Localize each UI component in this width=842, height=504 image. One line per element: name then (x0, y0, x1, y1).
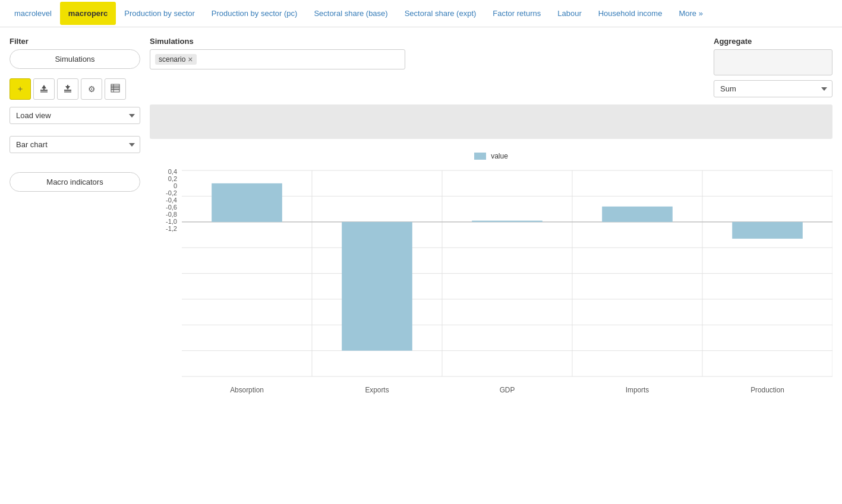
load-view-wrapper: Load view Option 1 Option 2 (10, 107, 140, 124)
aggregate-input-box (714, 49, 832, 75)
x-label-imports: Imports (626, 386, 649, 394)
filter-label: Filter (10, 37, 140, 46)
tab-macroperc[interactable]: macroperc (60, 2, 116, 25)
scenario-tag-label: scenario (159, 55, 185, 64)
x-label-production: Production (750, 386, 784, 394)
tab-sectoral-share-base[interactable]: Sectoral share (base) (305, 2, 396, 25)
tab-labour[interactable]: Labour (549, 2, 589, 25)
table-icon-button[interactable] (105, 78, 126, 100)
x-label-absorption: Absorption (230, 386, 264, 394)
bar-production (732, 222, 803, 239)
bar-gdp (472, 221, 543, 222)
gray-filter-bar (150, 104, 832, 139)
aggregate-select[interactable]: Sum Mean Max Min (714, 80, 832, 97)
load-view-select[interactable]: Load view Option 1 Option 2 (10, 107, 140, 124)
y-axis-labels: 0,4 0,2 0 -0,2 -0,4 -0,6 -0,8 -1,0 -1,2 (156, 165, 182, 414)
settings-icon-button[interactable]: ⚙ (81, 78, 102, 100)
top-navigation: macrolevel macroperc Production by secto… (0, 0, 842, 27)
aggregate-section: Aggregate Sum Mean Max Min (714, 37, 832, 97)
scenario-tag: scenario × (155, 54, 197, 65)
y-label-5: -0,6 (166, 204, 177, 211)
left-panel: Filter Simulations ＋ ⚙ (10, 37, 140, 420)
simulations-filter-button[interactable]: Simulations (10, 49, 140, 69)
tab-production-by-sector-pc[interactable]: Production by sector (pc) (203, 2, 306, 25)
bar-exports (342, 222, 412, 351)
chart-container: value 0,4 0,2 0 -0,2 -0,4 -0,6 -0,8 -1,0… (150, 146, 832, 420)
chart-with-axes: 0,4 0,2 0 -0,2 -0,4 -0,6 -0,8 -1,0 -1,2 (156, 165, 832, 414)
svg-rect-4 (64, 91, 71, 93)
right-panel: Simulations scenario × Aggregate Sum Mea… (150, 37, 832, 420)
chart-type-select[interactable]: Bar chart Line chart Scatter (10, 136, 140, 153)
simulations-label: Simulations (150, 37, 704, 46)
tab-factor-returns[interactable]: Factor returns (484, 2, 549, 25)
y-label-7: -1,0 (166, 218, 177, 225)
simulations-tag-input[interactable]: scenario × (150, 49, 405, 69)
y-label-8: -1,2 (166, 225, 177, 232)
plus-icon: ＋ (16, 84, 24, 94)
filter-section: Filter Simulations (10, 37, 140, 69)
macro-indicators-wrapper: Macro indicators (10, 172, 140, 192)
svg-rect-0 (40, 90, 48, 91)
legend-color-swatch (474, 153, 486, 160)
tab-household-income[interactable]: Household income (590, 2, 671, 25)
tab-sectoral-share-expt[interactable]: Sectoral share (expt) (396, 2, 485, 25)
scenario-tag-remove[interactable]: × (188, 55, 193, 64)
y-label-6: -0,8 (166, 211, 177, 218)
main-content: Filter Simulations ＋ ⚙ (0, 27, 842, 430)
svg-marker-2 (42, 85, 46, 90)
tab-macrolevel[interactable]: macrolevel (6, 2, 60, 25)
macro-indicators-button[interactable]: Macro indicators (10, 172, 140, 192)
bar-chart-svg: Absorption Exports GDP Imports Productio… (182, 165, 832, 414)
y-label-3: -0,2 (166, 189, 177, 196)
svg-rect-1 (40, 91, 48, 93)
y-label-4: -0,4 (166, 196, 177, 204)
icon-toolbar: ＋ ⚙ (10, 78, 140, 100)
table-icon (111, 84, 120, 95)
chart-type-wrapper: Bar chart Line chart Scatter (10, 136, 140, 153)
export-icon-button[interactable] (33, 78, 55, 100)
chart-legend: value (150, 152, 832, 160)
export-icon (39, 84, 49, 95)
simulations-section: Simulations scenario × (150, 37, 704, 69)
bar-absorption (212, 183, 282, 222)
bar-imports (602, 207, 673, 222)
gear-icon: ⚙ (88, 84, 96, 94)
x-label-gdp: GDP (500, 386, 515, 394)
import-icon-button[interactable] (57, 78, 78, 100)
aggregate-label: Aggregate (714, 37, 832, 46)
add-icon-button[interactable]: ＋ (10, 78, 31, 100)
top-controls: Simulations scenario × Aggregate Sum Mea… (150, 37, 832, 97)
svg-rect-9 (111, 90, 119, 92)
tab-production-by-sector[interactable]: Production by sector (116, 2, 203, 25)
x-label-exports: Exports (365, 386, 389, 394)
svg-rect-3 (64, 90, 71, 91)
y-label-2: 0 (174, 182, 177, 189)
y-label-0: 0,4 (168, 168, 177, 175)
tab-more[interactable]: More » (670, 2, 711, 25)
import-icon (63, 84, 72, 95)
legend-label: value (491, 152, 508, 160)
svg-marker-5 (65, 85, 70, 90)
y-label-1: 0,2 (168, 175, 177, 182)
